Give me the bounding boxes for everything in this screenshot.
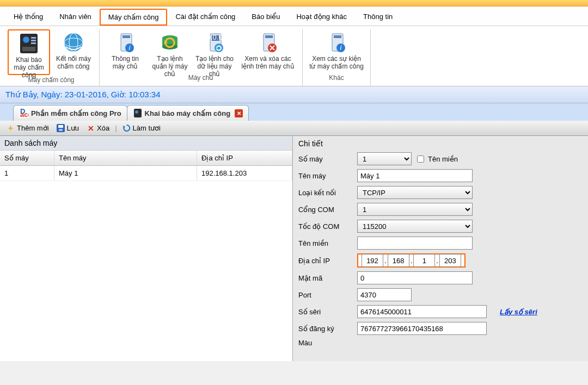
- ribbon: Khai báo máy chấm công Kết nối máy chấm …: [0, 26, 588, 86]
- ribbon-label: Khai báo máy chấm công: [10, 57, 48, 73]
- cell-dia-chi-ip: 192.168.1.203: [197, 166, 292, 181]
- lbl-mat-ma: Mật mã: [298, 274, 357, 282]
- svg-text:10.0.0.1: 10.0.0.1: [203, 33, 227, 41]
- app-icon: Dacc: [19, 108, 29, 118]
- toolbar: ＋ Thêm mới Lưu ✕ Xóa | Làm tươi: [0, 121, 588, 136]
- ten-mien-input[interactable]: [357, 237, 473, 250]
- so-dang-ky-input[interactable]: [357, 322, 487, 335]
- svg-rect-4: [31, 42, 36, 44]
- ribbon-group-khac: i Xem các sự kiện từ máy chấm công Khác: [303, 29, 371, 86]
- lbl-so-dang-ky: Số đăng ký: [298, 325, 357, 333]
- server-data-icon: 10.0.0.1: [203, 30, 226, 54]
- delete-button[interactable]: ✕ Xóa: [84, 123, 112, 133]
- lbl-dia-chi-ip: Địa chỉ IP: [298, 257, 357, 265]
- ten-mien-checkbox-wrap[interactable]: Tên miền: [415, 154, 458, 164]
- device-list-pane: Danh sách máy Số máy Tên máy Địa chỉ IP …: [0, 136, 293, 361]
- svg-rect-35: [59, 129, 63, 131]
- device-small-icon: [133, 108, 143, 118]
- ribbon-group-may-cham-cong: Khai báo máy chấm công Kết nối máy chấm …: [3, 29, 100, 86]
- tab-khai-bao-may[interactable]: Khai báo máy chấm công ✕: [127, 105, 249, 121]
- col-ten-may[interactable]: Tên máy: [54, 151, 197, 165]
- lbl-port: Port: [298, 291, 357, 299]
- col-dia-chi-ip[interactable]: Địa chỉ IP: [197, 151, 292, 165]
- close-icon[interactable]: ✕: [235, 109, 243, 117]
- tab-strip: Dacc Phần mềm chấm công Pro Khai báo máy…: [0, 103, 588, 121]
- ribbon-xem-su-kien[interactable]: i Xem các sự kiện từ máy chấm công: [307, 29, 366, 73]
- grid-header: Số máy Tên máy Địa chỉ IP: [0, 151, 292, 166]
- cell-so-may: 1: [0, 166, 54, 181]
- lbl-ten-may: Tên máy: [298, 172, 357, 180]
- table-row[interactable]: 1 Máy 1 192.168.1.203: [0, 166, 292, 181]
- menu-may-cham-cong[interactable]: Máy chấm công: [100, 9, 168, 26]
- ribbon-group-name: Máy chấm công: [28, 75, 74, 85]
- menu-thong-tin[interactable]: Thông tin: [355, 9, 401, 26]
- add-button[interactable]: ＋ Thêm mới: [4, 123, 51, 133]
- cong-com-select[interactable]: 1: [357, 203, 473, 216]
- server-refresh-icon: [158, 30, 182, 54]
- ip-seg-3[interactable]: [413, 254, 435, 267]
- port-input[interactable]: [357, 288, 412, 301]
- ten-mien-checkbox[interactable]: [417, 156, 424, 163]
- lbl-toc-do-com: Tốc độ COM: [298, 222, 357, 231]
- ribbon-group-may-chu: i Thông tin máy chủ Tạo lệnh quản lý máy…: [100, 29, 303, 86]
- col-so-may[interactable]: Số máy: [0, 151, 54, 165]
- ribbon-label: Xem và xóa các lệnh trên máy chủ: [239, 55, 297, 72]
- ribbon-group-name: Máy chủ: [188, 73, 214, 83]
- mat-ma-input[interactable]: [357, 271, 473, 284]
- svg-point-32: [135, 110, 138, 114]
- detail-title: Chi tiết: [298, 138, 583, 152]
- save-button[interactable]: Lưu: [54, 123, 81, 133]
- plus-icon: ＋: [7, 124, 15, 132]
- save-label: Lưu: [67, 124, 79, 132]
- ribbon-xem-xoa-lenh[interactable]: Xem và xóa các lệnh trên máy chủ: [238, 29, 298, 73]
- ip-seg-4[interactable]: [439, 254, 461, 267]
- ribbon-khai-bao-may[interactable]: Khai báo máy chấm công: [8, 29, 50, 75]
- delete-icon: ✕: [87, 124, 95, 132]
- lbl-mau: Màu: [298, 339, 357, 347]
- separator: |: [115, 124, 117, 132]
- menu-cai-dat-cham-cong[interactable]: Cài đặt chấm công: [167, 9, 243, 26]
- ribbon-tao-lenh-quan-ly[interactable]: Tạo lệnh quản lý máy chủ: [149, 29, 191, 73]
- menu-nhan-vien[interactable]: Nhân viên: [51, 9, 100, 26]
- menu-bao-bieu[interactable]: Báo biểu: [243, 9, 288, 26]
- menu-bar: Hệ thống Nhân viên Máy chấm công Cài đặt…: [0, 7, 588, 26]
- datetime-bar: Thứ Bảy, Ngày: 23-01-2016, Giờ: 10:03:34: [0, 86, 588, 103]
- refresh-button[interactable]: Làm tươi: [120, 123, 163, 133]
- get-serial-link[interactable]: Lấy số sêri: [500, 308, 537, 316]
- svg-point-20: [215, 44, 223, 52]
- menu-he-thong[interactable]: Hệ thống: [5, 9, 51, 26]
- svg-rect-25: [334, 35, 341, 38]
- globe-connect-icon: [62, 30, 85, 54]
- delete-label: Xóa: [97, 124, 109, 132]
- list-title: Danh sách máy: [0, 136, 292, 151]
- toc-do-com-select[interactable]: 115200: [357, 220, 473, 233]
- refresh-label: Làm tươi: [133, 124, 161, 132]
- ip-seg-1[interactable]: [362, 254, 383, 267]
- svg-text:acc: acc: [20, 110, 29, 118]
- ip-input-group[interactable]: . . .: [357, 253, 465, 268]
- ten-may-input[interactable]: [357, 169, 473, 182]
- ribbon-ket-noi-may[interactable]: Kết nối máy chấm công: [52, 29, 95, 75]
- lbl-ten-mien: Tên miền: [298, 239, 357, 247]
- detail-pane: Chi tiết Số máy 1 Tên miền Tên máy Loại …: [293, 136, 588, 361]
- fingerprint-device-icon: [17, 32, 41, 55]
- refresh-icon: [122, 124, 131, 132]
- menu-hoat-dong-khac[interactable]: Hoạt động khác: [288, 9, 355, 26]
- lbl-so-may: Số máy: [298, 155, 357, 163]
- lbl-loai-ket-noi: Loại kết nối: [298, 189, 357, 197]
- ribbon-tao-lenh-du-lieu[interactable]: 10.0.0.1 Tạo lệnh cho dữ liệu máy chủ: [193, 29, 236, 73]
- tab-label: Phần mềm chấm công Pro: [31, 109, 121, 117]
- ip-seg-2[interactable]: [388, 254, 409, 267]
- content-area: Danh sách máy Số máy Tên máy Địa chỉ IP …: [0, 136, 588, 361]
- add-label: Thêm mới: [17, 124, 49, 132]
- ribbon-thong-tin-may-chu[interactable]: i Thông tin máy chủ: [104, 29, 146, 73]
- tab-phan-mem[interactable]: Dacc Phần mềm chấm công Pro: [13, 105, 127, 121]
- so-may-select[interactable]: 1: [357, 152, 412, 165]
- save-icon: [57, 124, 65, 132]
- cell-ten-may: Máy 1: [54, 166, 197, 181]
- loai-ket-noi-select[interactable]: TCP/IP: [357, 186, 473, 199]
- svg-rect-2: [31, 37, 36, 39]
- svg-rect-3: [31, 40, 36, 41]
- svg-point-6: [64, 33, 83, 52]
- so-seri-input[interactable]: [357, 305, 487, 318]
